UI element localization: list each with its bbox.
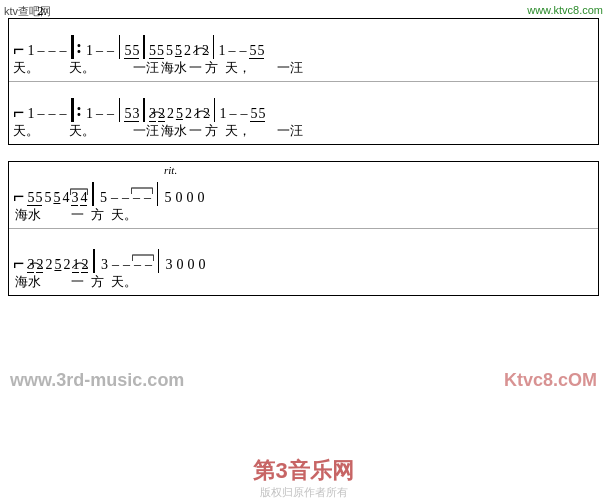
bracket-left-1: ⌐ (13, 39, 24, 59)
lyric-5: 一 (189, 59, 205, 77)
lyric-2-3: 一汪 (133, 122, 161, 140)
note-5dot-2: · 5 (176, 106, 183, 122)
note-s2r-0a: 0 (176, 257, 183, 273)
note-s2r-0b: 0 (187, 257, 194, 273)
barline-s2r-2 (158, 249, 160, 273)
note-s2-0c: 0 (197, 190, 204, 206)
notes-line-4: ⌐ 3 2 2 · 5 2 (9, 229, 598, 273)
repeat-sign-2: : (71, 98, 82, 122)
note-1-2: – (37, 43, 44, 59)
note-s2r-0c: 0 (198, 257, 205, 273)
barline-s2-1 (92, 182, 94, 206)
notes-line-3: ⌐ 5 5 5 · 5 4 rit. (9, 162, 598, 206)
note-1-end: 1 (218, 43, 225, 59)
barline-1 (119, 35, 121, 59)
note-2-4a: – (59, 106, 66, 122)
barline-s2-2 (157, 182, 159, 206)
note-2-b: 2 (185, 106, 192, 122)
arc-32: 3 2 (148, 107, 166, 122)
note-55-s2-1: 5 5 (27, 191, 42, 206)
section-2: ⌐ 5 5 5 · 5 4 rit. (8, 161, 599, 296)
lyric-4: 海水 (161, 59, 189, 77)
note-2-1: 2 (184, 43, 191, 59)
barline-2-3 (214, 98, 216, 122)
arc-12-s2: 1 2 (71, 258, 89, 273)
note-s2r-d2: – (123, 257, 130, 273)
note-s2r-3: 3 (101, 257, 108, 273)
note-s2r-3b: 3 (165, 257, 172, 273)
lyric-2-4: 海水 (161, 122, 189, 140)
notes-line-2: ⌐ 1 – – – : 1 – – 5 ·3 (9, 82, 598, 122)
note-5dot: · 5 (175, 43, 182, 59)
lyric-2-2: 天。 (69, 122, 107, 140)
note-s2-5b: 5 (100, 190, 107, 206)
note-dash-3: – (229, 106, 236, 122)
watermark-bottom-main: 第3音乐网 (253, 456, 353, 486)
note-55-4: 5 5 (250, 107, 265, 122)
lyric-3: 一汪 (133, 59, 161, 77)
note-2r: 2 (167, 106, 174, 122)
note-53: 5 ·3 (124, 107, 139, 122)
note-s2r-5dot: · 5 (54, 257, 61, 273)
barline-s2r-1 (93, 249, 95, 273)
lyric-4-4: 天。 (111, 273, 171, 291)
section-1: 2. ⌐ 1 – – – : 1 – – (8, 18, 599, 145)
watermark-bottom-sub: 版权归原作者所有 (260, 485, 348, 500)
note-s2-0a: 0 (175, 190, 182, 206)
note-dash-2: – (239, 43, 246, 59)
lyrics-line-1: 天。 天。 一汪 海水 一 方 天， 一汪 (9, 59, 598, 81)
note-s2-0b: 0 (186, 190, 193, 206)
note-s2-5a: 5 (44, 190, 51, 206)
lyric-2-5: 一 (189, 122, 205, 140)
arc-12-1: 1 2 (192, 43, 210, 59)
rit-marking: rit. (164, 164, 177, 176)
note-55-3: 5 5 (249, 44, 264, 59)
staff-pair-4: ⌐ 3 2 2 · 5 2 (9, 229, 598, 295)
lyric-8: 一汪 (277, 59, 305, 77)
note-s2-d1: – (111, 190, 118, 206)
note-1-end-2: 1 (219, 106, 226, 122)
arc-12-2: 1 2 (193, 106, 211, 122)
note-55-2: 5 5 (149, 44, 164, 59)
note-1-4: – (59, 43, 66, 59)
note-dash-4: – (240, 106, 247, 122)
note-1-3: – (48, 43, 55, 59)
lyric-4-3: 方 (91, 273, 111, 291)
barline-2-2 (143, 98, 145, 122)
watermark-mid-right: Ktvc8.cOM (504, 370, 597, 391)
note-s2-4: 4 (62, 190, 69, 206)
lyric-7: 天， (225, 59, 261, 77)
lyric-3-1: 海水 (15, 206, 51, 224)
note-55-1: 5 5 (124, 44, 139, 59)
repeat-sign: : (71, 35, 82, 59)
lyric-3-3: 方 (91, 206, 111, 224)
section-label: 2. (37, 3, 47, 19)
staff-pair-3: ⌐ 5 5 5 · 5 4 rit. (9, 162, 598, 229)
lyric-3-4: 天。 (111, 206, 171, 224)
lyric-6: 方 (205, 59, 225, 77)
note-2-3a: – (48, 106, 55, 122)
notes-line-1: ⌐ 1 – – – : 1 – – 5 5 (9, 19, 598, 59)
note-s2-tie: – – (131, 190, 153, 206)
arc-32-s2: 3 2 (26, 258, 44, 273)
lyric-2-8: 一汪 (277, 122, 305, 140)
barline-2-1 (119, 98, 121, 122)
note-2-6a: – (96, 106, 103, 122)
lyric-3-2: 一 (71, 206, 91, 224)
note-s2r-d1: – (112, 257, 119, 273)
note-34-group: 3 4 (70, 191, 88, 206)
lyric-2-1: 天。 (13, 122, 39, 140)
staff-pair-1: ⌐ 1 – – – : 1 – – 5 5 (9, 19, 598, 82)
watermark-mid-left: www.3rd-music.com (10, 370, 184, 391)
note-s2r-tie: – – (132, 257, 154, 273)
lyrics-line-4: 海水 一 方 天。 (9, 273, 598, 295)
note-dash-1: – (228, 43, 235, 59)
lyric-4-1: 海水 (15, 273, 51, 291)
watermark-top-right: www.ktvc8.com (527, 4, 603, 16)
lyric-2-6: 方 (205, 122, 225, 140)
note-1-5: 1 (86, 43, 93, 59)
note-s2-d2: – (122, 190, 129, 206)
staff-pair-2: ⌐ 1 – – – : 1 – – 5 ·3 (9, 82, 598, 144)
score-container: ktv查吧网 www.ktvc8.com 2. ⌐ 1 – – – : 1 – … (0, 0, 607, 304)
bracket-left-3: ⌐ (13, 186, 24, 206)
